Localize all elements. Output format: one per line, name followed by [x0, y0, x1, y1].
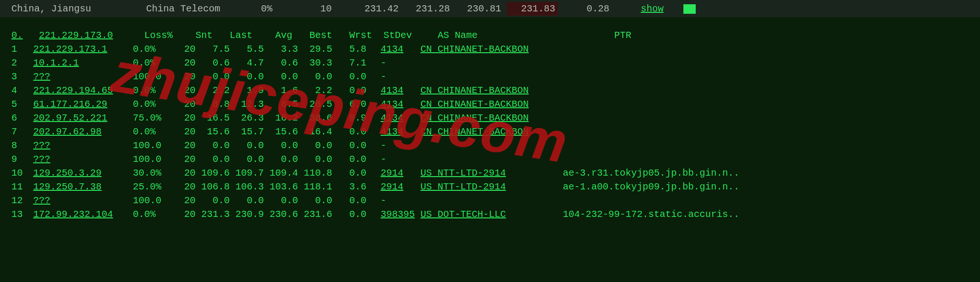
hop-wrst: 26.5 [298, 97, 332, 111]
hop-asname[interactable]: CN CHINANET-BACKBON [420, 125, 553, 139]
summary-bar: China, Jiangsu China Telecom 0% 10 231.4… [0, 0, 980, 18]
hop-snt: 20 [172, 97, 196, 111]
location-value: China, Jiangsu [11, 2, 140, 16]
hop-wrst: 231.6 [298, 207, 332, 221]
hop-snt: 20 [172, 152, 196, 166]
stdev-value: 0.28 [564, 2, 609, 16]
hop-index: 9 [11, 152, 33, 166]
hop-host[interactable]: 10.1.2.1 [33, 56, 133, 70]
hop-loss: 0.0% [133, 125, 172, 139]
hop-host[interactable]: ??? [33, 194, 133, 207]
hop-row: 561.177.216.290.0%208.812.38.526.56.0413… [11, 97, 980, 111]
hop-host[interactable]: 129.250.3.29 [33, 166, 133, 180]
hop-row: 4221.229.194.650.0%202.21.91.62.20.04134… [11, 84, 980, 97]
hop-host[interactable]: 61.177.216.29 [33, 97, 133, 111]
hop-asn[interactable]: 4134 [381, 111, 420, 125]
hop-asn[interactable]: 4134 [381, 97, 420, 111]
hop-host[interactable]: 221.229.194.65 [33, 84, 133, 97]
hop-stdev: 0.0 [332, 125, 366, 139]
hop-host[interactable]: ??? [33, 70, 133, 84]
hop-snt: 20 [172, 84, 196, 97]
hop-last: 2.2 [196, 84, 230, 97]
hop-index: 8 [11, 139, 33, 152]
hop-best: 1.6 [264, 84, 298, 97]
hop-last: 0.0 [196, 152, 230, 166]
hop-last: 15.6 [196, 125, 230, 139]
hop-last: 8.8 [196, 97, 230, 111]
hop-avg: 0.0 [230, 70, 264, 84]
show-link[interactable]: show [641, 2, 663, 16]
hop-host[interactable]: 129.250.7.38 [33, 180, 133, 194]
hop-asname[interactable]: CN CHINANET-BACKBON [420, 84, 553, 97]
hop-row: 11129.250.7.3825.0%20106.8106.3103.6118.… [11, 180, 980, 194]
hop-host[interactable]: 221.229.173.1 [33, 42, 133, 56]
hop-stdev: 0.0 [332, 194, 366, 207]
hop-best: 0.0 [264, 139, 298, 152]
hop-avg: 5.5 [230, 42, 264, 56]
hop-row: 12???100.0200.00.00.00.00.0- [11, 194, 980, 207]
hop-host[interactable]: 172.99.232.104 [33, 207, 133, 221]
hop-wrst: 16.4 [298, 125, 332, 139]
hop-avg: 26.3 [230, 111, 264, 125]
hop-stdev: 0.0 [332, 70, 366, 84]
hop-asname[interactable]: CN CHINANET-BACKBON [420, 111, 553, 125]
hop-snt: 20 [172, 42, 196, 56]
hop-asname[interactable]: US NTT-LTD-2914 [420, 166, 553, 180]
hop-asn[interactable]: 4134 [381, 125, 420, 139]
hop-index: 2 [11, 56, 33, 70]
hop-last: 106.8 [196, 180, 230, 194]
header-row: 0. 221.229.173.0 Loss% Snt Last Avg Best… [11, 28, 980, 42]
hop-avg: 230.9 [230, 207, 264, 221]
hop-best: 0.0 [264, 152, 298, 166]
hop-best: 15.6 [264, 125, 298, 139]
hop-snt: 20 [172, 194, 196, 207]
hop-ptr: ae-3.r31.tokyjp05.jp.bb.gin.n.. [563, 166, 739, 180]
hop-wrst: 110.8 [298, 166, 332, 180]
host-header: 221.229.173.0 [39, 28, 139, 42]
hop-stdev: 0.0 [332, 139, 366, 152]
hop-stdev: 0.0 [332, 207, 366, 221]
hop-best: 230.6 [264, 207, 298, 221]
hop-wrst: 29.5 [298, 42, 332, 56]
hop-snt: 20 [172, 56, 196, 70]
hop-stdev: 9.9 [332, 111, 366, 125]
hop-asname[interactable]: CN CHINANET-BACKBON [420, 42, 553, 56]
hop-asname[interactable]: US DOT-TECH-LLC [420, 207, 553, 221]
hop-wrst: 118.1 [298, 180, 332, 194]
hop-host[interactable]: ??? [33, 152, 133, 166]
hop-asn: - [381, 57, 386, 68]
last-header: Last [218, 28, 252, 42]
worst-value: 231.83 [507, 2, 558, 16]
hop-asn[interactable]: 2914 [381, 166, 420, 180]
hop-asn[interactable]: 2914 [381, 180, 420, 194]
snt-header: Snt [189, 28, 213, 42]
hop-asn[interactable]: 398395 [381, 207, 420, 221]
hop-avg: 0.0 [230, 194, 264, 207]
hop-host[interactable]: 202.97.62.98 [33, 125, 133, 139]
hop-best: 103.6 [264, 180, 298, 194]
hop-stdev: 0.0 [332, 84, 366, 97]
hop-row: 13172.99.232.1040.0%20231.3230.9230.6231… [11, 207, 980, 221]
hop-index: 11 [11, 180, 33, 194]
asname-header: AS Name [438, 28, 608, 42]
hop-row: 8???100.0200.00.00.00.00.0- [11, 139, 980, 152]
best-value: 230.81 [456, 2, 501, 16]
last-value: 231.42 [353, 2, 399, 16]
hop-asn[interactable]: 4134 [381, 84, 420, 97]
hop-asn[interactable]: 4134 [381, 42, 420, 56]
hop-row: 210.1.2.10.0%200.64.70.630.37.1- [11, 56, 980, 70]
hop-asname[interactable]: CN CHINANET-BACKBON [420, 97, 553, 111]
hop-avg: 12.3 [230, 97, 264, 111]
hop-host[interactable]: 202.97.52.221 [33, 111, 133, 125]
hop-best: 3.3 [264, 42, 298, 56]
hop-loss: 30.0% [133, 166, 172, 180]
hop-avg: 106.3 [230, 180, 264, 194]
hop-loss: 0.0% [133, 84, 172, 97]
hop-wrst: 0.0 [298, 194, 332, 207]
hop-stdev: 3.6 [332, 180, 366, 194]
hop-index: 10 [11, 166, 33, 180]
hop-loss: 0.0% [133, 207, 172, 221]
avg-header: Avg [258, 28, 292, 42]
hop-host[interactable]: ??? [33, 139, 133, 152]
hop-asname[interactable]: US NTT-LTD-2914 [420, 180, 553, 194]
